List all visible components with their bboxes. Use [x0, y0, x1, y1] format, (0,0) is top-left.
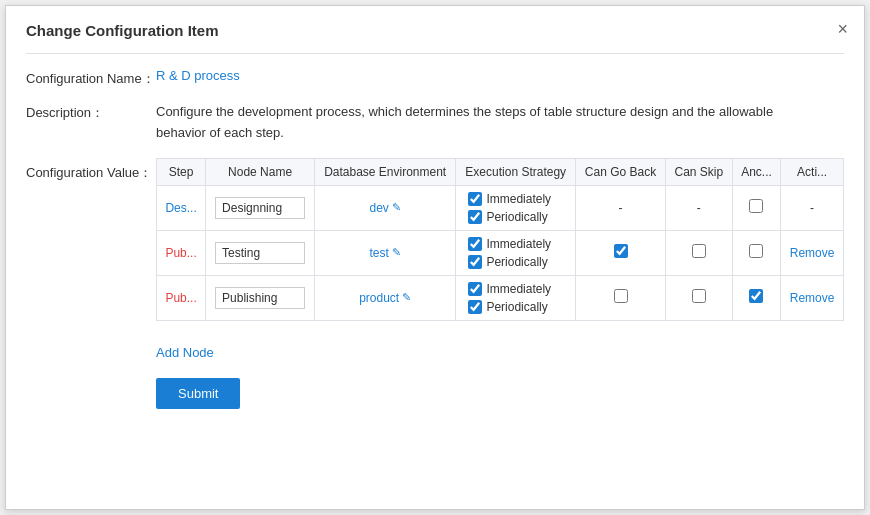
col-db-env: Database Environment: [314, 158, 455, 185]
exec-strategy-cell: Immediately Periodically: [464, 192, 567, 224]
immediately-checkbox[interactable]: [468, 282, 482, 296]
remove-link[interactable]: Remove: [790, 246, 835, 260]
col-step: Step: [157, 158, 206, 185]
can-go-back-dash: -: [619, 201, 623, 215]
immediately-label: Immediately: [486, 192, 551, 206]
action-dash: -: [810, 201, 814, 215]
config-name-label: Configuration Name：: [26, 68, 156, 88]
anc-checkbox[interactable]: [749, 199, 763, 213]
dialog: Change Configuration Item × Configuratio…: [5, 5, 865, 510]
step-link[interactable]: Pub...: [165, 246, 196, 260]
col-action: Acti...: [781, 158, 844, 185]
can-go-back-checkbox[interactable]: [614, 244, 628, 258]
submit-button[interactable]: Submit: [156, 378, 240, 409]
remove-link[interactable]: Remove: [790, 291, 835, 305]
can-skip-dash: -: [697, 201, 701, 215]
step-link[interactable]: Pub...: [165, 291, 196, 305]
close-button[interactable]: ×: [837, 20, 848, 38]
col-node-name: Node Name: [206, 158, 315, 185]
can-skip-checkbox[interactable]: [692, 244, 706, 258]
immediately-label: Immediately: [486, 237, 551, 251]
dialog-title: Change Configuration Item: [26, 22, 844, 54]
node-name-input[interactable]: [215, 197, 305, 219]
config-table: Step Node Name Database Environment Exec…: [156, 158, 844, 321]
periodically-checkbox[interactable]: [468, 300, 482, 314]
can-skip-checkbox[interactable]: [692, 289, 706, 303]
col-can-skip: Can Skip: [665, 158, 732, 185]
exec-strategy-cell: Immediately Periodically: [464, 237, 567, 269]
col-anc: Anc...: [732, 158, 780, 185]
step-link[interactable]: Des...: [165, 201, 196, 215]
periodically-label: Periodically: [486, 210, 547, 224]
description-label: Description：: [26, 102, 156, 122]
env-link[interactable]: test ✎: [323, 246, 447, 260]
col-can-go-back: Can Go Back: [576, 158, 666, 185]
exec-strategy-cell: Immediately Periodically: [464, 282, 567, 314]
config-name-row: Configuration Name： R & D process: [26, 68, 844, 88]
config-value-row: Configuration Value： Step Node Name Data…: [26, 158, 844, 321]
edit-icon: ✎: [392, 201, 401, 214]
periodically-checkbox[interactable]: [468, 255, 482, 269]
node-name-input[interactable]: [215, 287, 305, 309]
immediately-checkbox[interactable]: [468, 237, 482, 251]
can-go-back-checkbox[interactable]: [614, 289, 628, 303]
env-link[interactable]: dev ✎: [323, 201, 447, 215]
node-name-input[interactable]: [215, 242, 305, 264]
periodically-label: Periodically: [486, 300, 547, 314]
anc-checkbox[interactable]: [749, 289, 763, 303]
edit-icon: ✎: [402, 291, 411, 304]
immediately-label: Immediately: [486, 282, 551, 296]
description-row: Description： Configure the development p…: [26, 102, 844, 144]
config-value-label: Configuration Value：: [26, 158, 156, 182]
edit-icon: ✎: [392, 246, 401, 259]
add-node-link[interactable]: Add Node: [156, 345, 214, 360]
env-link[interactable]: product ✎: [323, 291, 447, 305]
periodically-label: Periodically: [486, 255, 547, 269]
table-wrapper: Step Node Name Database Environment Exec…: [156, 158, 844, 321]
anc-checkbox[interactable]: [749, 244, 763, 258]
immediately-checkbox[interactable]: [468, 192, 482, 206]
periodically-checkbox[interactable]: [468, 210, 482, 224]
config-name-value: R & D process: [156, 68, 240, 83]
description-text: Configure the development process, which…: [156, 102, 806, 144]
col-exec-strategy: Execution Strategy: [456, 158, 576, 185]
